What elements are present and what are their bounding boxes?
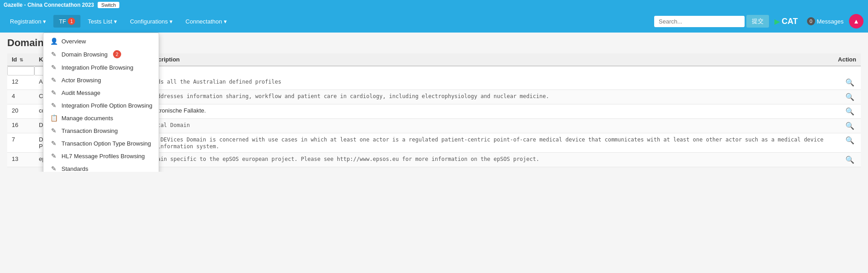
- dropdown-item-label: Manage documents: [61, 115, 113, 122]
- cell-id: 20: [7, 104, 34, 119]
- cat-button[interactable]: ▶ CAT: [771, 15, 802, 28]
- dropdown-item-label: Integration Profile Browsing: [61, 64, 133, 71]
- search-action-icon[interactable]: 🔍: [844, 78, 856, 87]
- book-icon: 📋: [50, 114, 58, 122]
- nav-connectathon[interactable]: Connectathon ▾: [180, 15, 232, 28]
- cell-description: The DEVices Domain is concerned with use…: [143, 133, 834, 153]
- cell-action: 🔍: [834, 75, 861, 90]
- nav-configurations[interactable]: Configurations ▾: [124, 15, 178, 28]
- dropdown-item-standards[interactable]: ✎ Standards: [43, 162, 159, 172]
- col-id[interactable]: Id ⇅: [7, 53, 34, 66]
- dropdown-item-label: Transaction Option Type Browsing: [61, 140, 151, 147]
- topbar: Gazelle - China Connectathon 2023 Switch: [0, 0, 868, 10]
- cell-id: 13: [7, 153, 34, 167]
- search-action-icon[interactable]: 🔍: [844, 107, 856, 116]
- edit-icon: ✎: [50, 165, 58, 172]
- dropdown-item-audit-message[interactable]: ✎ Audit Message: [43, 86, 159, 99]
- cell-action: 🔍: [834, 90, 861, 104]
- edit-icon: ✎: [50, 152, 58, 160]
- cell-description: Dental Domain: [143, 119, 834, 133]
- search-action-icon[interactable]: 🔍: [844, 121, 856, 131]
- col-action: Action: [834, 53, 861, 66]
- nav-tests-list[interactable]: Tests List ▾: [82, 15, 123, 28]
- cell-description: y addresses information sharing, workflo…: [143, 90, 834, 104]
- messages-label: Messages: [817, 18, 844, 25]
- cell-action: 🔍: [834, 153, 861, 167]
- navbar: Registration ▾ TF 1 Tests List ▾ Configu…: [0, 10, 868, 33]
- dropdown-item-manage-documents[interactable]: 📋 Manage documents: [43, 112, 159, 124]
- nav-registration[interactable]: Registration ▾: [5, 15, 52, 28]
- cell-action: 🔍: [834, 133, 861, 153]
- dropdown-item-overview[interactable]: 👤 Overview: [43, 35, 159, 47]
- cell-description: Domain specific to the epSOS european pr…: [143, 153, 834, 167]
- tf-badge: 1: [68, 18, 75, 25]
- search-action-icon[interactable]: 🔍: [844, 155, 856, 165]
- switch-button[interactable]: Switch: [98, 2, 119, 8]
- domain-browsing-badge: 2: [113, 50, 121, 58]
- dropdown-item-domain-browsing[interactable]: ✎ Domain Browsing 2: [43, 47, 159, 61]
- cell-id: 7: [7, 133, 34, 153]
- play-icon: ▶: [774, 17, 780, 26]
- search-input[interactable]: [654, 16, 745, 27]
- cell-description: holds all the Australian defined profile…: [143, 75, 834, 90]
- messages-badge: 0: [807, 17, 815, 25]
- dropdown-item-label: Actor Browsing: [61, 77, 101, 84]
- user-avatar[interactable]: ▲: [849, 14, 863, 28]
- search-action-icon[interactable]: 🔍: [844, 92, 856, 102]
- dropdown-item-integration-profile-browsing[interactable]: ✎ Integration Profile Browsing: [43, 61, 159, 74]
- cell-action: 🔍: [834, 104, 861, 119]
- messages-button[interactable]: 0 Messages: [803, 15, 847, 27]
- cell-id: 16: [7, 119, 34, 133]
- edit-icon: ✎: [50, 140, 58, 147]
- dropdown-item-label: Audit Message: [61, 89, 100, 96]
- edit-icon: ✎: [50, 51, 58, 58]
- submit-button[interactable]: 提交: [746, 15, 769, 28]
- search-action-icon[interactable]: 🔍: [844, 136, 856, 145]
- app-title: Gazelle - China Connectathon 2023: [4, 2, 94, 8]
- dropdown-item-label: Domain Browsing: [61, 51, 108, 58]
- dropdown-item-label: HL7 Message Profiles Browsing: [61, 153, 145, 160]
- col-description: Description: [143, 53, 834, 66]
- cell-description: elektronische Fallakte.: [143, 104, 834, 119]
- dropdown-item-actor-browsing[interactable]: ✎ Actor Browsing: [43, 74, 159, 86]
- nav-tf[interactable]: TF 1: [53, 15, 80, 28]
- dropdown-item-label: Transaction Browsing: [61, 127, 118, 134]
- cat-label: CAT: [782, 17, 798, 26]
- person-icon: 👤: [50, 38, 58, 45]
- dropdown-item-hl7-message[interactable]: ✎ HL7 Message Profiles Browsing: [43, 150, 159, 162]
- cell-action: 🔍: [834, 119, 861, 133]
- tf-dropdown-menu: 👤 Overview ✎ Domain Browsing 2 ✎ Integra…: [43, 33, 159, 172]
- filter-id[interactable]: [7, 66, 34, 75]
- edit-icon: ✎: [50, 64, 58, 71]
- cell-id: 12: [7, 75, 34, 90]
- edit-icon: ✎: [50, 89, 58, 96]
- dropdown-item-transaction-browsing[interactable]: ✎ Transaction Browsing: [43, 124, 159, 137]
- edit-icon: ✎: [50, 127, 58, 134]
- edit-icon: ✎: [50, 76, 58, 84]
- dropdown-item-transaction-option-type[interactable]: ✎ Transaction Option Type Browsing: [43, 137, 159, 150]
- dropdown-item-label: Standards: [61, 165, 88, 172]
- dropdown-item-label: Overview: [61, 38, 86, 45]
- cell-id: 4: [7, 90, 34, 104]
- dropdown-item-label: Integration Profile Option Browsing: [61, 102, 152, 109]
- edit-icon: ✎: [50, 102, 58, 109]
- dropdown-item-ip-option-browsing[interactable]: ✎ Integration Profile Option Browsing: [43, 99, 159, 112]
